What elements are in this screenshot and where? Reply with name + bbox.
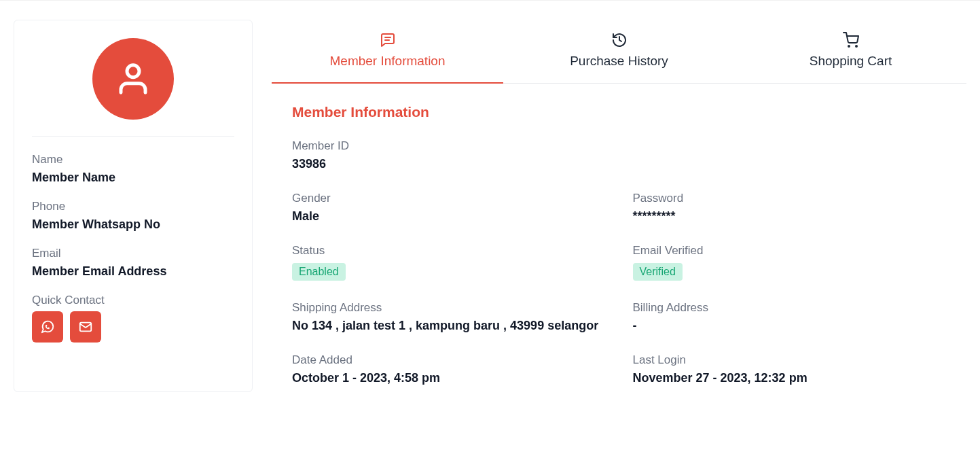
value-email: Member Email Address	[32, 264, 234, 279]
main-panel: Member Information Purchase History	[272, 20, 966, 392]
label-last-login: Last Login	[633, 353, 947, 367]
tab-icon-wrap	[278, 32, 496, 48]
field-member-id: Member ID 33986	[292, 139, 946, 171]
whatsapp-button[interactable]	[32, 311, 63, 343]
avatar-wrap	[32, 38, 234, 136]
member-summary-card: Name Member Name Phone Member Whatsapp N…	[14, 20, 253, 392]
value-phone: Member Whatsapp No	[32, 217, 234, 232]
field-last-login: Last Login November 27 - 2023, 12:32 pm	[633, 353, 947, 385]
history-icon	[611, 32, 628, 48]
whatsapp-icon	[40, 319, 55, 334]
value-date-added: October 1 - 2023, 4:58 pm	[292, 371, 606, 385]
tab-label: Member Information	[278, 54, 496, 69]
value-shipping-address: No 134 , jalan test 1 , kampung baru , 4…	[292, 319, 606, 333]
field-name: Name Member Name	[32, 153, 234, 185]
svg-point-4	[848, 46, 850, 47]
value-billing-address: -	[633, 319, 947, 333]
mail-icon	[78, 319, 93, 334]
label-date-added: Date Added	[292, 353, 606, 367]
field-gender: Gender Male	[292, 192, 606, 224]
shopping-cart-icon	[843, 32, 859, 48]
field-date-added: Date Added October 1 - 2023, 4:58 pm	[292, 353, 606, 385]
label-password: Password	[633, 192, 947, 205]
field-phone: Phone Member Whatsapp No	[32, 200, 234, 232]
label-billing-address: Billing Address	[633, 301, 947, 315]
avatar	[92, 38, 174, 120]
tab-member-information[interactable]: Member Information	[272, 20, 503, 84]
svg-point-5	[856, 46, 857, 47]
field-quick-contact: Quick Contact	[32, 294, 234, 343]
tab-label: Purchase History	[510, 54, 728, 69]
email-verified-badge: Verified	[633, 263, 683, 281]
info-grid: Member ID 33986 Gender Male Password ***…	[292, 139, 946, 385]
label-shipping-address: Shipping Address	[292, 301, 606, 315]
email-button[interactable]	[70, 311, 101, 343]
tab-content: Member Information Member ID 33986 Gende…	[272, 84, 966, 392]
value-member-id: 33986	[292, 157, 946, 171]
label-member-id: Member ID	[292, 139, 946, 153]
label-email-verified: Email Verified	[633, 244, 947, 258]
label-name: Name	[32, 153, 234, 166]
field-shipping-address: Shipping Address No 134 , jalan test 1 ,…	[292, 301, 606, 333]
tab-icon-wrap	[742, 32, 960, 48]
svg-point-0	[127, 65, 139, 77]
tab-purchase-history[interactable]: Purchase History	[503, 20, 735, 83]
label-email: Email	[32, 247, 234, 260]
field-email-verified: Email Verified Verified	[633, 244, 947, 281]
label-gender: Gender	[292, 192, 606, 205]
field-password: Password *********	[633, 192, 947, 224]
tab-shopping-cart[interactable]: Shopping Cart	[735, 20, 966, 83]
value-name: Member Name	[32, 171, 234, 185]
section-title: Member Information	[292, 104, 946, 120]
field-status: Status Enabled	[292, 244, 606, 281]
user-icon	[115, 60, 151, 97]
label-phone: Phone	[32, 200, 234, 213]
tab-label: Shopping Cart	[742, 54, 960, 69]
field-email: Email Member Email Address	[32, 247, 234, 279]
quick-contact-row	[32, 311, 234, 343]
label-status: Status	[292, 244, 606, 258]
tab-bar: Member Information Purchase History	[272, 20, 966, 84]
field-billing-address: Billing Address -	[633, 301, 947, 333]
message-square-icon	[380, 32, 396, 48]
page-root: Name Member Name Phone Member Whatsapp N…	[0, 0, 980, 411]
divider	[32, 136, 234, 137]
value-password: *********	[633, 209, 947, 224]
value-last-login: November 27 - 2023, 12:32 pm	[633, 371, 947, 385]
tab-icon-wrap	[510, 32, 728, 48]
label-quick-contact: Quick Contact	[32, 294, 234, 307]
status-badge: Enabled	[292, 263, 346, 281]
value-gender: Male	[292, 209, 606, 224]
